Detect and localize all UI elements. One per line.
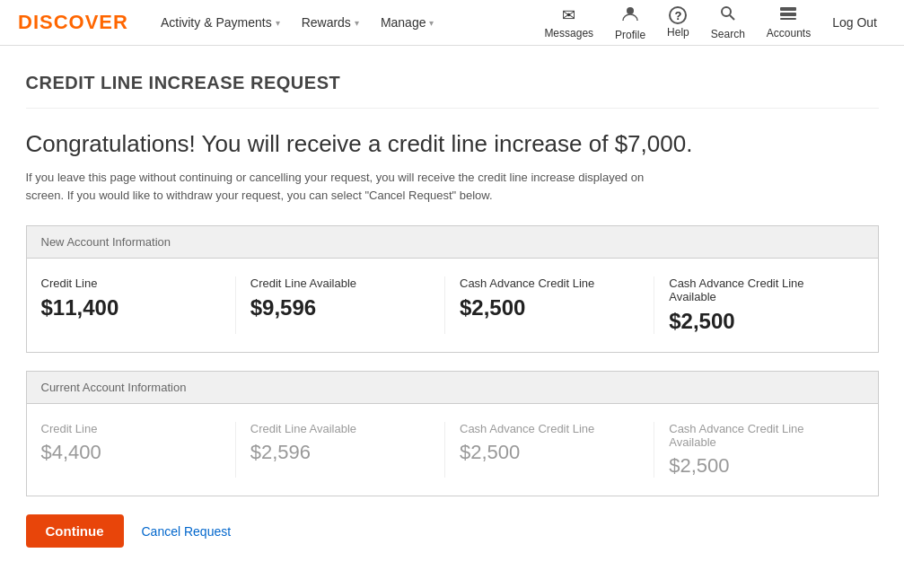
svg-point-1 — [722, 7, 731, 16]
new-cash-advance-avail-label: Cash Advance Credit Line Available — [669, 276, 848, 303]
rewards-arrow: ▾ — [355, 18, 359, 28]
new-credit-line-avail-col: Credit Line Available $9,596 — [250, 276, 445, 334]
current-credit-line-avail-value: $2,596 — [250, 441, 430, 464]
logout-link[interactable]: Log Out — [823, 15, 886, 30]
messages-icon: ✉ — [562, 5, 575, 25]
new-account-box: New Account Information Credit Line $11,… — [26, 225, 879, 353]
cancel-request-link[interactable]: Cancel Request — [142, 524, 232, 539]
help-icon: ? — [669, 6, 687, 24]
nav-link-activity-payments[interactable]: Activity & Payments ▾ — [150, 0, 291, 46]
profile-icon — [621, 4, 639, 27]
new-credit-line-avail-value: $9,596 — [250, 295, 430, 320]
current-account-header: Current Account Information — [27, 372, 878, 404]
new-account-header: New Account Information — [27, 226, 878, 259]
svg-rect-3 — [780, 7, 796, 11]
nav-help[interactable]: ? Help — [658, 0, 698, 46]
new-cash-advance-avail-value: $2,500 — [669, 309, 848, 334]
new-credit-line-label: Credit Line — [41, 276, 221, 290]
nav-right-icons: ✉ Messages Profile ? Help Search — [535, 0, 886, 46]
discover-logo: DISCOVER — [18, 11, 128, 34]
congrats-heading: Congratulations! You will receive a cred… — [26, 130, 879, 158]
current-cash-advance-col: Cash Advance Credit Line $2,500 — [460, 422, 654, 478]
new-cash-advance-value: $2,500 — [460, 295, 639, 320]
current-credit-line-avail-label: Credit Line Available — [250, 422, 430, 435]
main-content: CREDIT LINE INCREASE REQUEST Congratulat… — [8, 46, 897, 575]
new-cash-advance-col: Cash Advance Credit Line $2,500 — [460, 276, 654, 334]
nav-messages[interactable]: ✉ Messages — [535, 0, 602, 46]
current-cash-advance-avail-col: Cash Advance Credit Line Available $2,50… — [669, 422, 863, 478]
current-cash-advance-label: Cash Advance Credit Line — [460, 422, 639, 435]
current-cash-advance-avail-label: Cash Advance Credit Line Available — [669, 422, 848, 449]
current-cash-advance-avail-value: $2,500 — [669, 454, 848, 478]
current-credit-line-avail-col: Credit Line Available $2,596 — [250, 422, 445, 478]
activity-payments-arrow: ▾ — [276, 18, 280, 28]
nav-profile[interactable]: Profile — [606, 0, 654, 46]
nav-accounts[interactable]: Accounts — [758, 0, 820, 46]
new-cash-advance-label: Cash Advance Credit Line — [460, 276, 639, 290]
current-cash-advance-value: $2,500 — [460, 441, 639, 464]
nav-link-rewards[interactable]: Rewards ▾ — [291, 0, 370, 46]
new-credit-line-col: Credit Line $11,400 — [41, 276, 236, 334]
top-navigation: DISCOVER Activity & Payments ▾ Rewards ▾… — [0, 0, 904, 46]
new-credit-line-value: $11,400 — [41, 295, 221, 320]
new-account-body: Credit Line $11,400 Credit Line Availabl… — [27, 259, 878, 352]
nav-search[interactable]: Search — [702, 0, 754, 46]
nav-main-links: Activity & Payments ▾ Rewards ▾ Manage ▾ — [150, 0, 535, 46]
page-title: CREDIT LINE INCREASE REQUEST — [26, 73, 879, 109]
current-credit-line-label: Credit Line — [41, 422, 221, 435]
svg-rect-4 — [780, 13, 796, 16]
buttons-row: Continue Cancel Request — [26, 514, 879, 548]
new-cash-advance-avail-col: Cash Advance Credit Line Available $2,50… — [669, 276, 863, 334]
svg-line-2 — [730, 15, 734, 20]
congrats-note: If you leave this page without continuin… — [26, 169, 654, 204]
new-credit-line-avail-label: Credit Line Available — [250, 276, 430, 290]
manage-arrow: ▾ — [429, 18, 434, 28]
accounts-icon — [779, 6, 797, 25]
nav-link-manage[interactable]: Manage ▾ — [370, 0, 445, 46]
svg-rect-5 — [780, 18, 796, 20]
current-credit-line-value: $4,400 — [41, 441, 221, 464]
current-account-body: Credit Line $4,400 Credit Line Available… — [27, 404, 878, 496]
current-account-box: Current Account Information Credit Line … — [26, 371, 879, 496]
current-credit-line-col: Credit Line $4,400 — [41, 422, 236, 478]
continue-button[interactable]: Continue — [26, 514, 124, 548]
search-icon — [720, 5, 736, 26]
svg-point-0 — [627, 7, 634, 14]
